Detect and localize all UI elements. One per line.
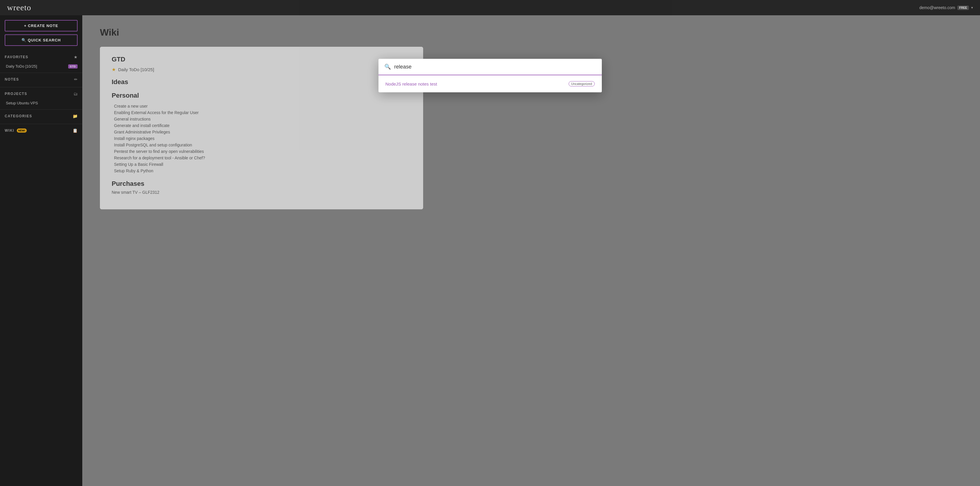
search-input[interactable] [395, 64, 596, 70]
search-overlay[interactable]: 🔍 NodeJS release notes test Uncategorize… [0, 0, 980, 486]
search-modal: 🔍 NodeJS release notes test Uncategorize… [379, 59, 602, 92]
search-result-item[interactable]: NodeJS release notes test Uncategorized [384, 79, 596, 89]
search-results: NodeJS release notes test Uncategorized [379, 75, 602, 92]
search-result-category: Uncategorized [569, 81, 595, 86]
search-result-title: NodeJS release notes test [385, 81, 565, 86]
search-icon: 🔍 [384, 64, 391, 70]
search-input-row: 🔍 [379, 59, 602, 75]
